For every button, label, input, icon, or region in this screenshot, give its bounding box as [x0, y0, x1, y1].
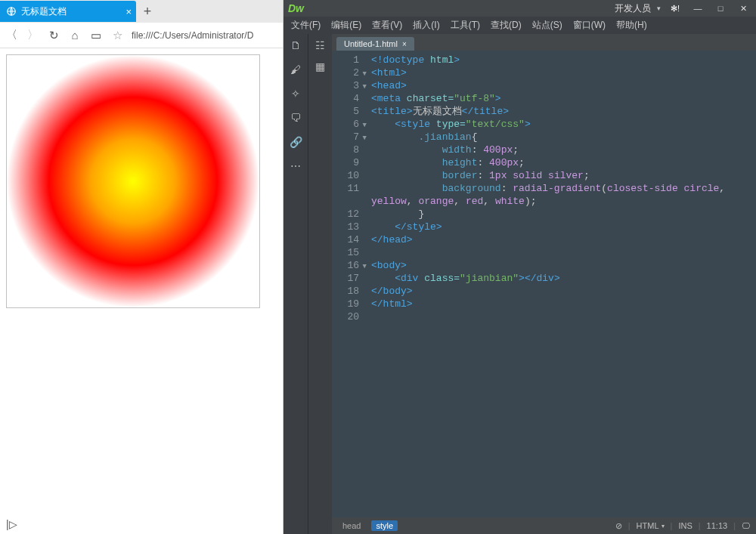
menu-insert[interactable]: 插入(I) [413, 19, 439, 32]
file-icon[interactable]: 🗋 [289, 39, 302, 52]
browser-tabbar: 无标题文档 × + [0, 0, 283, 23]
globe-icon [6, 6, 17, 17]
code-area[interactable]: 12▼3▼456▼7▼891011 1213141516▼17181920 <!… [332, 51, 756, 517]
preview-icon[interactable]: 🖵 [742, 521, 750, 530]
menu-tools[interactable]: 工具(T) [451, 19, 480, 32]
browser-viewport [0, 48, 283, 514]
dreamweaver-window: Dw 开发人员 ▾ ✻! — □ ✕ 文件(F) 编辑(E) 查看(V) 插入(… [284, 0, 756, 534]
address-bar[interactable]: file:///C:/Users/Administrator/D [132, 30, 278, 41]
settings-gear-icon[interactable]: ✻! [667, 2, 683, 14]
dw-titlebar-right: 开发人员 ▾ ✻! — □ ✕ [615, 2, 751, 15]
dw-statusbar: head style ⊘ | HTML ▾ | INS | 11:13 | 🖵 [332, 517, 756, 534]
chevron-down-icon[interactable]: ▾ [657, 5, 661, 12]
menu-edit[interactable]: 编辑(E) [331, 19, 361, 32]
menu-view[interactable]: 查看(V) [372, 19, 402, 32]
dw-logo: Dw [288, 2, 304, 14]
menu-site[interactable]: 站点(S) [532, 19, 562, 32]
dom-tree-icon[interactable]: ☷ [314, 39, 327, 52]
status-lang[interactable]: HTML ▾ [637, 521, 665, 530]
dw-body: 🗋 🖌 ✧ 🗨 🔗 ⋯ ☷ ▦ Untitled-1.html × 12▼3▼4… [284, 34, 756, 534]
dw-menubar: 文件(F) 编辑(E) 查看(V) 插入(I) 工具(T) 查找(D) 站点(S… [284, 17, 756, 34]
browser-tab-active[interactable]: 无标题文档 × [0, 1, 136, 22]
status-ins[interactable]: INS [678, 521, 692, 530]
brush-icon[interactable]: 🖌 [289, 63, 302, 76]
forward-icon[interactable]: 〉 [26, 29, 39, 42]
crumb-style[interactable]: style [371, 520, 398, 531]
more-icon[interactable]: ⋯ [289, 159, 302, 173]
minimize-icon[interactable]: — [689, 2, 706, 14]
bookmark-star-icon[interactable]: ☆ [110, 29, 124, 42]
workspace-role[interactable]: 开发人员 [615, 2, 651, 15]
browser-toolbar: 〈 〉 ↻ ⌂ ▭ ☆ file:///C:/Users/Administrat… [0, 23, 283, 48]
maximize-icon[interactable]: □ [712, 2, 729, 14]
menu-find[interactable]: 查找(D) [491, 19, 522, 32]
file-tab-active[interactable]: Untitled-1.html × [336, 37, 414, 51]
footer-glyph[interactable]: |▷ [6, 518, 17, 530]
menu-file[interactable]: 文件(F) [291, 19, 321, 32]
assets-icon[interactable]: ▦ [314, 60, 327, 73]
close-icon[interactable]: ✕ [735, 2, 751, 14]
gradient-box [6, 54, 260, 308]
line-gutter: 12▼3▼456▼7▼891011 1213141516▼17181920 [332, 51, 365, 517]
reader-icon[interactable]: ▭ [89, 29, 103, 42]
home-icon[interactable]: ⌂ [68, 29, 82, 42]
new-tab-button[interactable]: + [136, 4, 159, 20]
menu-help[interactable]: 帮助(H) [616, 19, 647, 32]
back-icon[interactable]: 〈 [5, 29, 18, 42]
crumb-head[interactable]: head [338, 520, 365, 531]
browser-tab-title: 无标题文档 [21, 5, 121, 18]
status-pos: 11:13 [707, 521, 728, 530]
tab-close-icon[interactable]: × [125, 6, 132, 17]
comment-icon[interactable]: 🗨 [289, 111, 302, 125]
dw-titlebar: Dw 开发人员 ▾ ✻! — □ ✕ [284, 0, 756, 17]
file-tabbar: Untitled-1.html × [332, 34, 756, 51]
file-tab-close-icon[interactable]: × [402, 40, 407, 48]
browser-footer: |▷ [0, 514, 283, 534]
code-content[interactable]: <!doctype html><html><head><meta charset… [365, 51, 756, 517]
dw-tool-rail: 🗋 🖌 ✧ 🗨 🔗 ⋯ [284, 34, 308, 534]
reload-icon[interactable]: ↻ [47, 29, 60, 42]
browser-window: 无标题文档 × + 〈 〉 ↻ ⌂ ▭ ☆ file:///C:/Users/A… [0, 0, 284, 534]
dw-editor: Untitled-1.html × 12▼3▼456▼7▼891011 1213… [332, 34, 756, 534]
link-icon[interactable]: 🔗 [289, 135, 302, 149]
dw-panel-rail: ☷ ▦ [308, 34, 332, 534]
menu-window[interactable]: 窗口(W) [573, 19, 606, 32]
file-tab-label: Untitled-1.html [344, 39, 398, 48]
error-indicator-icon[interactable]: ⊘ [615, 521, 622, 531]
wand-icon[interactable]: ✧ [289, 87, 302, 100]
